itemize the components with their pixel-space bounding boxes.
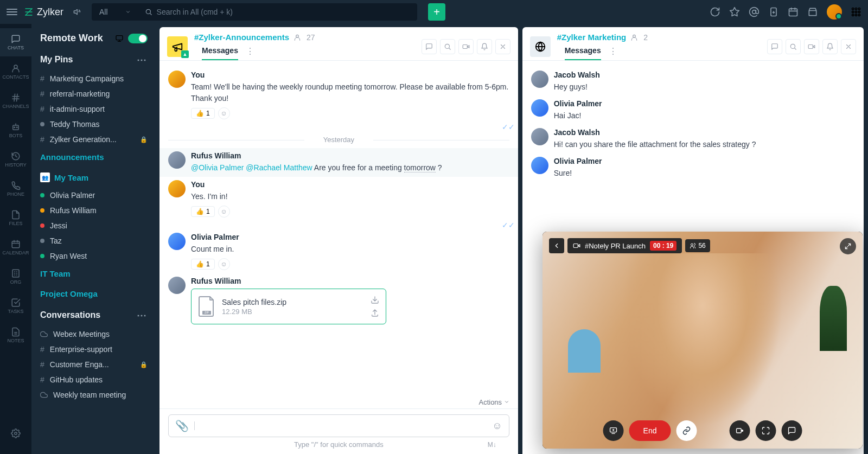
conversation-item[interactable]: #Enterprise-support bbox=[31, 342, 156, 357]
tab-more-icon[interactable]: ⋮ bbox=[609, 46, 617, 56]
pin-item[interactable]: Teddy Thomas bbox=[31, 117, 156, 132]
search-input[interactable] bbox=[157, 8, 411, 16]
search-box[interactable] bbox=[138, 3, 417, 21]
message[interactable]: Jacob WalshHey guys! bbox=[522, 67, 864, 96]
link-button[interactable] bbox=[676, 420, 697, 441]
nav-contacts[interactable]: CONTACTS bbox=[0, 57, 31, 86]
brand-logo[interactable]: Zylker bbox=[24, 7, 63, 18]
projectomega-header[interactable]: Project Omega bbox=[31, 284, 156, 304]
nav-bots[interactable]: BOTS bbox=[0, 116, 31, 144]
message-input[interactable] bbox=[194, 421, 487, 430]
nav-phone[interactable]: PHONE bbox=[0, 175, 31, 203]
team-member[interactable]: Rufus William bbox=[31, 203, 156, 218]
team-member[interactable]: Olivia Palmer bbox=[31, 188, 156, 203]
hamburger-menu[interactable] bbox=[7, 7, 17, 17]
team-member[interactable]: Jessi bbox=[31, 218, 156, 233]
reaction[interactable]: 👍1 bbox=[191, 259, 215, 270]
message[interactable]: Olivia PalmerSure! bbox=[522, 154, 864, 182]
search-icon[interactable] bbox=[786, 39, 801, 54]
video-icon[interactable] bbox=[804, 39, 819, 54]
nav-tasks[interactable]: TASKS bbox=[0, 292, 31, 320]
nav-settings[interactable] bbox=[0, 419, 31, 447]
refresh-icon[interactable] bbox=[710, 7, 720, 17]
apps-grid-icon[interactable] bbox=[851, 7, 861, 17]
mention[interactable]: @Olivia Palmer bbox=[191, 163, 244, 172]
mention[interactable]: @Rachael Matthew bbox=[246, 163, 312, 172]
video-call-window[interactable]: #Notely PR Launch 00 : 19 56 End bbox=[542, 232, 863, 449]
conversation-item[interactable]: Weekly team meeting bbox=[31, 387, 156, 402]
conversation-item[interactable]: #GitHub updates bbox=[31, 372, 156, 387]
nav-notes[interactable]: NOTES bbox=[0, 321, 31, 349]
store-icon[interactable] bbox=[807, 7, 818, 17]
add-reaction-icon[interactable]: ☺ bbox=[218, 258, 230, 270]
conversation-item[interactable]: #Customer Enga...🔒 bbox=[31, 357, 156, 372]
tab-messages[interactable]: Messages bbox=[565, 42, 601, 60]
pins-more-icon[interactable]: ⋯ bbox=[137, 54, 148, 66]
close-icon[interactable] bbox=[495, 39, 510, 54]
nav-channels[interactable]: CHANNELS bbox=[0, 87, 31, 115]
message[interactable]: Olivia Palmer Count me in. 👍1 ☺ bbox=[159, 229, 518, 273]
bell-icon[interactable] bbox=[822, 39, 838, 54]
message[interactable]: Rufus William @Olivia Palmer @Rachael Ma… bbox=[159, 148, 518, 177]
status-toggle[interactable] bbox=[128, 34, 148, 43]
file-attachment[interactable]: ZIP Sales pitch files.zip 12.29 MB bbox=[191, 289, 386, 324]
channel-name[interactable]: #Zylker-Announcements bbox=[194, 33, 289, 42]
message[interactable]: You Team! We'll be having the weekly rou… bbox=[159, 67, 518, 123]
chat-icon[interactable] bbox=[767, 39, 782, 54]
search-icon[interactable] bbox=[440, 39, 455, 54]
announcements-header[interactable]: Announcements bbox=[31, 147, 156, 167]
mention-icon[interactable] bbox=[749, 7, 760, 17]
end-call-button[interactable]: End bbox=[629, 420, 671, 441]
add-button[interactable]: + bbox=[428, 3, 445, 21]
user-avatar[interactable] bbox=[827, 4, 842, 20]
search-scope-dropdown[interactable]: All bbox=[92, 3, 138, 21]
team-member[interactable]: Ryan West bbox=[31, 248, 156, 264]
screen-share-button[interactable] bbox=[603, 420, 624, 441]
video-back-button[interactable] bbox=[549, 238, 564, 253]
conversations-more-icon[interactable]: ⋯ bbox=[137, 309, 148, 321]
itteam-header[interactable]: IT Team bbox=[31, 264, 156, 284]
tab-more-icon[interactable]: ⋮ bbox=[246, 46, 254, 56]
nav-org[interactable]: ORG bbox=[0, 263, 31, 291]
download-icon[interactable] bbox=[371, 296, 379, 304]
channel-name[interactable]: #Zylker Marketing bbox=[557, 33, 627, 42]
emoji-icon[interactable]: ☺ bbox=[492, 420, 502, 432]
reaction[interactable]: 👍1 bbox=[191, 108, 215, 119]
message[interactable]: Olivia PalmerHai Jac! bbox=[522, 96, 864, 125]
fullscreen-button[interactable] bbox=[755, 420, 776, 441]
bell-icon[interactable] bbox=[477, 39, 492, 54]
pin-item[interactable]: #Marketing Campaigns bbox=[31, 71, 156, 86]
close-icon[interactable] bbox=[841, 39, 856, 54]
tab-messages[interactable]: Messages bbox=[202, 42, 238, 60]
conversation-item[interactable]: Webex Meetings bbox=[31, 327, 156, 342]
nav-history[interactable]: HISTORY bbox=[0, 145, 31, 174]
video-viewers[interactable]: 56 bbox=[685, 239, 710, 252]
reaction[interactable]: 👍1 bbox=[191, 206, 215, 217]
markdown-icon[interactable]: M↓ bbox=[488, 441, 496, 449]
attach-icon[interactable]: 📎 bbox=[175, 419, 189, 432]
team-member[interactable]: Taz bbox=[31, 233, 156, 248]
nav-files[interactable]: FILES bbox=[0, 204, 31, 232]
compose-box[interactable]: 📎 ☺ bbox=[168, 414, 509, 437]
nav-calendar[interactable]: CALENDAR bbox=[0, 233, 31, 261]
pin-item[interactable]: #Zylker Generation...🔒 bbox=[31, 132, 156, 147]
message[interactable]: Jacob WalshHi! can you share the file at… bbox=[522, 125, 864, 154]
members-icon[interactable] bbox=[293, 34, 301, 41]
message[interactable]: You Yes. I'm in! 👍1 ☺ bbox=[159, 177, 518, 221]
record-button[interactable] bbox=[729, 420, 750, 441]
nav-chats[interactable]: CHATS bbox=[0, 28, 31, 56]
chat-button[interactable] bbox=[781, 420, 802, 441]
pin-item[interactable]: #referral-marketing bbox=[31, 86, 156, 101]
pin-item[interactable]: #it-admin-support bbox=[31, 101, 156, 117]
add-reaction-icon[interactable]: ☺ bbox=[218, 107, 230, 119]
sound-icon[interactable] bbox=[70, 4, 85, 20]
bookmark-icon[interactable] bbox=[768, 7, 779, 17]
calendar-icon[interactable] bbox=[788, 7, 799, 17]
monitor-icon[interactable] bbox=[115, 34, 124, 43]
expand-icon[interactable] bbox=[840, 238, 856, 254]
add-reaction-icon[interactable]: ☺ bbox=[218, 206, 230, 218]
message[interactable]: Rufus William ZIP Sales pitch files.zip … bbox=[159, 273, 518, 328]
star-icon[interactable] bbox=[729, 7, 740, 17]
share-icon[interactable] bbox=[371, 309, 379, 317]
chat-icon[interactable] bbox=[422, 39, 437, 54]
